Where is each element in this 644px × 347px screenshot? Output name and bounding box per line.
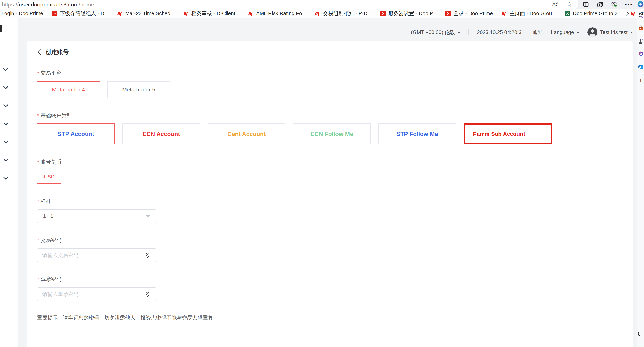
create-account-card: 创建账号 * 交易平台 MetaTrader 4 MetaTrader 5 * …: [27, 41, 632, 347]
platform-options: MetaTrader 4 MetaTrader 5: [37, 81, 632, 98]
doo-red-square-icon: [51, 10, 58, 17]
chevron-down-icon[interactable]: [3, 177, 8, 180]
view-password-input[interactable]: [42, 291, 144, 297]
account-type-option-ecn-follow[interactable]: ECN Follow Me: [293, 123, 371, 145]
account-type-option-stp-follow[interactable]: STP Follow Me: [378, 123, 456, 145]
search-icon[interactable]: [637, 13, 644, 19]
doo-red-square-icon: [445, 10, 451, 17]
read-aloud-icon[interactable]: A: [551, 1, 559, 8]
bookmark-item[interactable]: 服务器设置 - Doo P...: [380, 10, 437, 17]
language-selector[interactable]: Language▼: [551, 29, 579, 35]
svg-text:A: A: [552, 2, 556, 7]
currency-option-usd[interactable]: USD: [37, 170, 61, 184]
platform-label: * 交易平台: [37, 70, 632, 77]
timezone-selector[interactable]: (GMT +00:00) 伦敦▼: [411, 29, 460, 36]
doo-prime-logo-icon: [314, 10, 320, 17]
excel-icon: X: [564, 10, 571, 17]
address-bar[interactable]: https://user.dooprimeads3.com/home: [0, 0, 578, 9]
toolbox-icon[interactable]: [637, 26, 644, 31]
account-type-option-pamm-sub[interactable]: Pamm Sub Account: [464, 123, 552, 145]
bookmarks-bar: Login - Doo Prime 下级介绍经纪人 - D... Mar-23 …: [0, 9, 644, 18]
account-type-label: * 基础账户类型: [37, 112, 632, 119]
chevron-down-icon[interactable]: [3, 68, 8, 71]
view-password-label: * 观摩密码: [37, 276, 632, 283]
show-password-eye-icon[interactable]: [144, 251, 151, 259]
browser-toolbar: https://user.dooprimeads3.com/home A ☆ •…: [0, 0, 644, 9]
avatar: [588, 27, 598, 37]
required-asterisk: *: [37, 159, 39, 165]
required-asterisk: *: [37, 70, 39, 76]
portal-header: (GMT +00:00) 伦敦▼ 2023.10.25 04:20:31 通知 …: [18, 27, 633, 38]
required-asterisk: *: [37, 237, 39, 243]
bookmark-item[interactable]: 主页面 - Doo Grou...: [501, 10, 556, 17]
account-type-options: STP Account ECN Account Cent Account ECN…: [37, 123, 632, 145]
doo-prime-logo-icon: [248, 10, 254, 17]
required-asterisk: *: [37, 113, 39, 119]
bookmark-item[interactable]: 交易组别须知 - P-D...: [314, 10, 372, 17]
chevron-down-icon[interactable]: [3, 86, 8, 89]
view-password-field-wrap: [37, 287, 156, 301]
current-datetime: 2023.10.25 04:20:31: [477, 29, 524, 35]
back-button[interactable]: [37, 49, 41, 56]
bookmark-item[interactable]: AML Risk Rating Fo...: [248, 10, 306, 17]
bookmark-item[interactable]: 档案审核 - D-Client...: [183, 10, 240, 17]
chevron-down-icon[interactable]: [3, 122, 8, 126]
edge-sidebar-rail: + ✂: [637, 19, 644, 347]
split-screen-icon[interactable]: [582, 1, 590, 8]
screenshot-icon[interactable]: ✂: [637, 332, 644, 336]
doo-prime-logo-icon: [183, 10, 189, 17]
left-nav-rail: [0, 19, 18, 347]
password-notice: 重要提示：请牢记您的密码，切勿泄露他人。投资人密码不能与交易密码重复: [37, 314, 632, 321]
required-asterisk: *: [37, 198, 39, 204]
chevron-down-icon[interactable]: [3, 140, 8, 144]
currency-options: USD: [37, 170, 632, 184]
chevron-down-icon: ▼: [576, 31, 580, 34]
divider: [468, 29, 469, 36]
page-title-row: 创建账号: [37, 48, 632, 56]
chevron-down-icon: ▼: [630, 31, 633, 34]
required-asterisk: *: [37, 276, 39, 282]
bookmark-item[interactable]: Login - Doo Prime: [2, 11, 43, 17]
trade-password-field-wrap: [37, 248, 156, 262]
chevron-down-icon[interactable]: [3, 159, 8, 162]
page-viewport: (GMT +00:00) 伦敦▼ 2023.10.25 04:20:31 通知 …: [0, 19, 644, 347]
divider: [638, 342, 643, 342]
platform-option-metatrader5[interactable]: MetaTrader 5: [107, 81, 170, 98]
doo-prime-logo-icon: [501, 10, 507, 17]
add-sidebar-item-icon[interactable]: +: [637, 77, 644, 85]
doo-red-square-icon: [380, 10, 386, 17]
bookmark-item[interactable]: Mar-23 Time Sched...: [117, 10, 175, 17]
settings-menu-icon[interactable]: •••: [625, 1, 632, 8]
bookmark-item[interactable]: 登录 - Doo Prime: [445, 10, 493, 17]
leverage-select[interactable]: 1 : 1: [37, 209, 156, 223]
outlook-icon[interactable]: [637, 64, 644, 70]
games-icon[interactable]: [637, 39, 644, 44]
platform-option-metatrader4[interactable]: MetaTrader 4: [37, 81, 100, 98]
show-password-eye-icon[interactable]: [144, 290, 151, 298]
bookmark-item[interactable]: X Doo Prime Group 2...: [564, 10, 622, 17]
currency-label: * 账号货币: [37, 159, 632, 166]
copilot-icon[interactable]: [637, 1, 644, 8]
notifications-link[interactable]: 通知: [532, 29, 543, 36]
chevron-down-icon: ▼: [457, 31, 460, 34]
doo-prime-logo-icon: [117, 10, 123, 17]
bookmark-item[interactable]: 下级介绍经纪人 - D...: [51, 10, 108, 17]
trade-password-input[interactable]: [42, 252, 144, 258]
url-text: https://user.dooprimeads3.com/home: [2, 2, 94, 8]
collections-icon[interactable]: [596, 1, 604, 8]
favorites-star-icon[interactable]: ☆: [566, 1, 573, 8]
user-menu[interactable]: Test Iris test ▼: [588, 27, 633, 37]
account-type-option-stp[interactable]: STP Account: [37, 123, 115, 145]
select-caret-icon: [146, 215, 150, 218]
microsoft-365-icon[interactable]: [637, 51, 644, 57]
account-type-option-cent[interactable]: Cent Account: [208, 123, 285, 145]
nav-fragment: [0, 26, 2, 32]
chevron-down-icon[interactable]: [3, 104, 8, 108]
account-type-option-ecn[interactable]: ECN Account: [122, 123, 200, 145]
leverage-value: 1 : 1: [43, 213, 146, 219]
trade-password-label: * 交易密码: [37, 237, 632, 244]
bookmarks-overflow-chevron-icon[interactable]: [624, 10, 631, 17]
browser-essentials-icon[interactable]: [610, 1, 618, 8]
page-title: 创建账号: [45, 48, 69, 56]
leverage-label: * 杠杆: [37, 198, 632, 205]
